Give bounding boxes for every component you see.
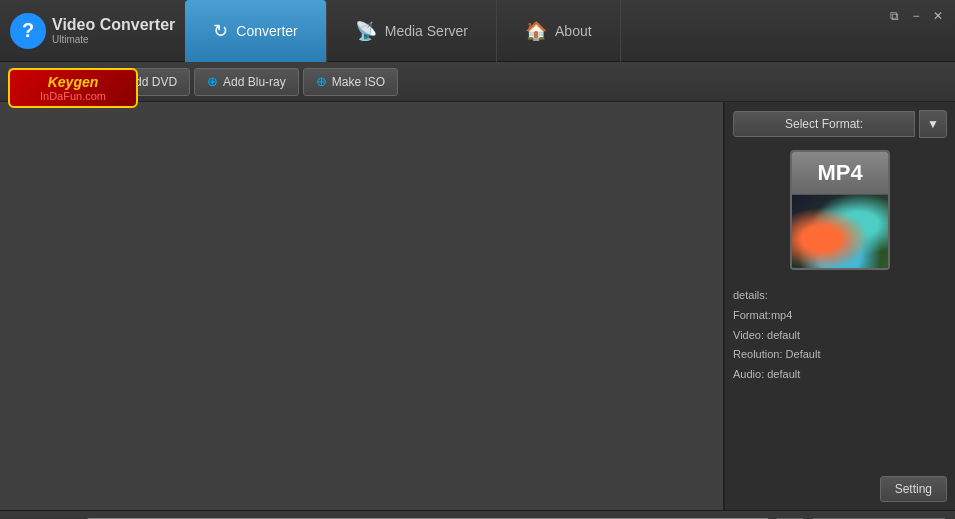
tab-about[interactable]: 🏠 About bbox=[497, 0, 621, 62]
resolution-line: Reolution: Default bbox=[733, 345, 947, 365]
video-line: Video: default bbox=[733, 326, 947, 346]
format-preview: MP4 bbox=[733, 150, 947, 270]
details-header: details: bbox=[733, 286, 947, 306]
app-logo: ? Video Converter Ultimate bbox=[0, 13, 185, 49]
tab-media-server[interactable]: 📡 Media Server bbox=[327, 0, 497, 62]
audio-line: Audio: default bbox=[733, 365, 947, 385]
main-area: Select Format: ▼ MP4 details: Format:mp4… bbox=[0, 102, 955, 510]
bottom-bar: Output Folder ... Open Output Folder bbox=[0, 510, 955, 519]
setting-button[interactable]: Setting bbox=[880, 476, 947, 502]
keygen-watermark: Keygen InDaFun.com bbox=[8, 68, 138, 108]
make-iso-icon: ⊕ bbox=[316, 74, 327, 89]
media-server-tab-label: Media Server bbox=[385, 23, 468, 39]
make-iso-label: Make ISO bbox=[332, 75, 385, 89]
about-tab-label: About bbox=[555, 23, 592, 39]
keygen-text: Keygen bbox=[18, 74, 128, 90]
app-logo-icon: ? bbox=[10, 13, 46, 49]
title-bar: ? Video Converter Ultimate ↻ Converter 📡… bbox=[0, 0, 955, 62]
artwork-background bbox=[792, 195, 888, 268]
toolbar: ⊕ Add File ⊕ Add DVD ⊕ Add Blu-ray ⊕ Mak… bbox=[0, 62, 955, 102]
format-details: details: Format:mp4 Video: default Reolu… bbox=[733, 286, 947, 476]
select-format-row: Select Format: ▼ bbox=[733, 110, 947, 138]
format-artwork bbox=[792, 195, 888, 268]
select-format-arrow[interactable]: ▼ bbox=[919, 110, 947, 138]
format-line: Format:mp4 bbox=[733, 306, 947, 326]
tab-converter[interactable]: ↻ Converter bbox=[185, 0, 326, 62]
format-name-label: MP4 bbox=[792, 152, 888, 195]
converter-tab-icon: ↻ bbox=[213, 20, 228, 42]
about-tab-icon: 🏠 bbox=[525, 20, 547, 42]
select-format-label: Select Format: bbox=[785, 117, 863, 131]
make-iso-button[interactable]: ⊕ Make ISO bbox=[303, 68, 398, 96]
converter-tab-label: Converter bbox=[236, 23, 297, 39]
add-bluray-label: Add Blu-ray bbox=[223, 75, 286, 89]
format-image: MP4 bbox=[790, 150, 890, 270]
setting-label: Setting bbox=[895, 482, 932, 496]
content-area bbox=[0, 102, 725, 510]
keygen-domain: InDaFun.com bbox=[18, 90, 128, 102]
add-bluray-button[interactable]: ⊕ Add Blu-ray bbox=[194, 68, 299, 96]
nav-tabs: ↻ Converter 📡 Media Server 🏠 About bbox=[185, 0, 955, 61]
restore-button[interactable]: ⧉ bbox=[885, 8, 903, 24]
close-button[interactable]: ✕ bbox=[929, 8, 947, 24]
app-title: Video Converter bbox=[52, 16, 175, 33]
select-format-button[interactable]: Select Format: bbox=[733, 111, 915, 137]
right-panel: Select Format: ▼ MP4 details: Format:mp4… bbox=[725, 102, 955, 510]
media-server-tab-icon: 📡 bbox=[355, 20, 377, 42]
add-bluray-icon: ⊕ bbox=[207, 74, 218, 89]
minimize-button[interactable]: − bbox=[907, 8, 925, 24]
app-edition: Ultimate bbox=[52, 34, 175, 45]
window-controls: ⧉ − ✕ bbox=[877, 8, 955, 24]
